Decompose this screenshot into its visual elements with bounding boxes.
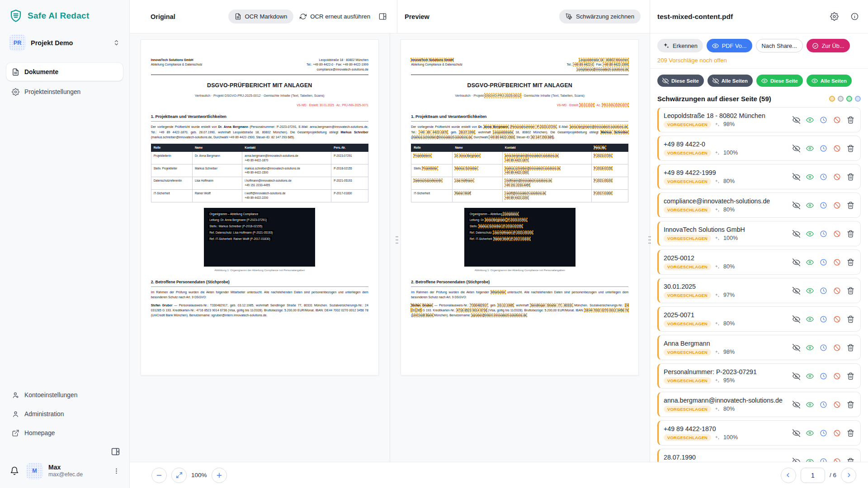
pane-layout-toggle-icon[interactable] bbox=[377, 10, 389, 23]
pending-clock-icon[interactable] bbox=[820, 344, 827, 352]
redaction-item[interactable]: 28.07.1990 VORGESCHLAGEN 100% bbox=[657, 449, 861, 462]
show-redaction-icon[interactable] bbox=[806, 258, 814, 266]
reject-ban-icon[interactable] bbox=[833, 145, 841, 152]
show-redaction-icon[interactable] bbox=[806, 173, 814, 181]
detect-button[interactable]: Erkennen bbox=[657, 39, 703, 52]
show-redaction-icon[interactable] bbox=[806, 401, 814, 408]
legend-dot[interactable] bbox=[838, 96, 844, 102]
hide-redaction-icon[interactable] bbox=[793, 230, 800, 238]
redaction-item[interactable]: 30.01.2025 VORGESCHLAGEN 97% bbox=[657, 278, 861, 303]
reject-ban-icon[interactable] bbox=[833, 202, 841, 209]
pending-clock-icon[interactable] bbox=[820, 145, 827, 152]
sidebar-item-administration[interactable]: Administration bbox=[6, 405, 123, 423]
redaction-item[interactable]: compliance@innovatech-solutions.de VORGE… bbox=[657, 192, 861, 218]
user-menu-kebab-icon[interactable] bbox=[111, 465, 122, 477]
reject-ban-icon[interactable] bbox=[833, 458, 841, 462]
delete-trash-icon[interactable] bbox=[847, 258, 854, 266]
hide-redaction-icon[interactable] bbox=[793, 315, 800, 323]
delete-trash-icon[interactable] bbox=[847, 145, 854, 152]
sidebar-collapse-button[interactable] bbox=[109, 445, 122, 458]
show-redaction-icon[interactable] bbox=[806, 372, 814, 380]
share-button[interactable]: Nach Share... bbox=[756, 39, 803, 52]
status-legend-dots[interactable] bbox=[829, 96, 861, 102]
reject-ban-icon[interactable] bbox=[833, 372, 841, 380]
pending-clock-icon[interactable] bbox=[820, 173, 827, 181]
legend-dot[interactable] bbox=[846, 96, 852, 102]
pending-clock-icon[interactable] bbox=[820, 287, 827, 295]
hide-redaction-icon[interactable] bbox=[793, 173, 800, 181]
legend-dot[interactable] bbox=[829, 96, 835, 102]
prev-page-button[interactable] bbox=[781, 468, 796, 483]
pane-resize-handle[interactable] bbox=[394, 234, 400, 246]
redaction-item[interactable]: Personalnummer: P-2023-07291 VORGESCHLAG… bbox=[657, 363, 861, 389]
hide-redaction-icon[interactable] bbox=[793, 344, 800, 352]
page-number-input[interactable] bbox=[801, 468, 825, 483]
fit-to-screen-button[interactable] bbox=[171, 468, 187, 483]
show-redaction-icon[interactable] bbox=[806, 230, 814, 238]
preview-document-page[interactable]: InnovaTech Solutions GmbH Abteilung Comp… bbox=[401, 40, 638, 375]
panel-resize-handle[interactable] bbox=[647, 234, 652, 246]
hide-redaction-icon[interactable] bbox=[793, 202, 800, 209]
notifications-bell-icon[interactable] bbox=[8, 465, 21, 477]
show-redaction-icon[interactable] bbox=[806, 458, 814, 462]
settings-gear-icon[interactable] bbox=[828, 10, 840, 23]
pending-clock-icon[interactable] bbox=[820, 315, 827, 323]
draw-redaction-button[interactable]: Schwärzung zeichnen bbox=[559, 9, 641, 23]
delete-trash-icon[interactable] bbox=[847, 287, 854, 295]
hide-redaction-icon[interactable] bbox=[793, 458, 800, 462]
zoom-in-button[interactable] bbox=[212, 468, 227, 483]
pdf-preview-button[interactable]: PDF Vo... bbox=[707, 39, 752, 52]
show-all-pages-button[interactable]: Alle Seiten bbox=[807, 75, 852, 87]
redaction-item[interactable]: anna.bergmann@innovatech-solutions.de VO… bbox=[657, 392, 861, 417]
delete-trash-icon[interactable] bbox=[847, 429, 854, 437]
reject-ban-icon[interactable] bbox=[833, 230, 841, 238]
reject-ban-icon[interactable] bbox=[833, 401, 841, 408]
delete-trash-icon[interactable] bbox=[847, 116, 854, 124]
sidebar-item-projekteinstellungen[interactable]: Projekteinstellungen bbox=[6, 83, 123, 101]
hide-redaction-icon[interactable] bbox=[793, 116, 800, 124]
delete-trash-icon[interactable] bbox=[847, 202, 854, 209]
next-page-button[interactable] bbox=[841, 468, 856, 483]
hide-this-page-button[interactable]: Diese Seite bbox=[657, 75, 704, 87]
delete-trash-icon[interactable] bbox=[847, 458, 854, 462]
pending-clock-icon[interactable] bbox=[820, 429, 827, 437]
delete-trash-icon[interactable] bbox=[847, 401, 854, 408]
reject-ban-icon[interactable] bbox=[833, 429, 841, 437]
redaction-item[interactable]: +49 89 4422-1999 VORGESCHLAGEN 80% bbox=[657, 164, 861, 189]
redaction-item[interactable]: Leopoldstraße 18 - 80802 München VORGESC… bbox=[657, 107, 861, 132]
show-redaction-icon[interactable] bbox=[806, 344, 814, 352]
hide-redaction-icon[interactable] bbox=[793, 372, 800, 380]
show-redaction-icon[interactable] bbox=[806, 116, 814, 124]
redaction-item[interactable]: InnovaTech Solutions GmbH VORGESCHLAGEN … bbox=[657, 221, 861, 246]
reject-ban-icon[interactable] bbox=[833, 258, 841, 266]
ocr-markdown-button[interactable]: OCR Markdown bbox=[228, 9, 294, 23]
redaction-item[interactable]: +49 89 4422-0 VORGESCHLAGEN 100% bbox=[657, 136, 861, 161]
ocr-rerun-button[interactable]: OCR erneut ausführen bbox=[300, 13, 370, 20]
project-switcher[interactable]: PR Projekt Demo bbox=[6, 33, 123, 53]
show-redaction-icon[interactable] bbox=[806, 287, 814, 295]
reject-ban-icon[interactable] bbox=[833, 287, 841, 295]
show-redaction-icon[interactable] bbox=[806, 429, 814, 437]
delete-trash-icon[interactable] bbox=[847, 344, 854, 352]
redaction-item[interactable]: +49 89 4422-1870 VORGESCHLAGEN 100% bbox=[657, 420, 861, 446]
reject-ban-icon[interactable] bbox=[833, 344, 841, 352]
redaction-item[interactable]: 2025-0012 VORGESCHLAGEN 80% bbox=[657, 249, 861, 275]
pending-clock-icon[interactable] bbox=[820, 230, 827, 238]
hide-redaction-icon[interactable] bbox=[793, 258, 800, 266]
pending-clock-icon[interactable] bbox=[820, 458, 827, 462]
show-redaction-icon[interactable] bbox=[806, 202, 814, 209]
pending-clock-icon[interactable] bbox=[820, 401, 827, 408]
hide-redaction-icon[interactable] bbox=[793, 429, 800, 437]
show-this-page-button[interactable]: Diese Seite bbox=[756, 75, 803, 87]
hide-redaction-icon[interactable] bbox=[793, 145, 800, 152]
sidebar-item-dokumente[interactable]: Dokumente bbox=[6, 63, 123, 81]
original-document-page[interactable]: InnovaTech Solutions GmbH Abteilung Comp… bbox=[141, 40, 378, 375]
hide-all-pages-button[interactable]: Alle Seiten bbox=[708, 75, 753, 87]
show-redaction-icon[interactable] bbox=[806, 315, 814, 323]
delete-trash-icon[interactable] bbox=[847, 173, 854, 181]
pending-clock-icon[interactable] bbox=[820, 258, 827, 266]
sidebar-item-kontoeinstellungen[interactable]: Kontoeinstellungen bbox=[6, 386, 123, 404]
submit-review-button[interactable]: Zur Üb... bbox=[807, 39, 850, 52]
reject-ban-icon[interactable] bbox=[833, 173, 841, 181]
show-redaction-icon[interactable] bbox=[806, 145, 814, 152]
